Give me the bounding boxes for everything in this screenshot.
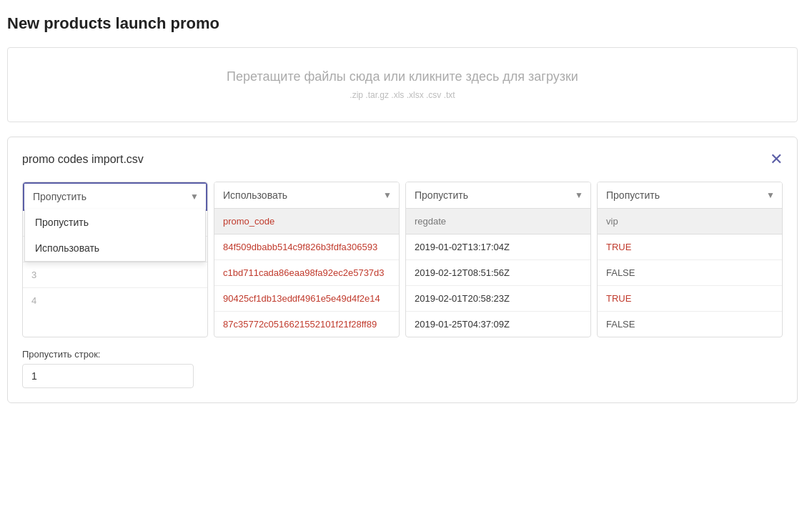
column-2: Использовать Пропустить ▼ promo_code 84f… (214, 182, 400, 337)
col1-dropdown: Пропустить Использовать (24, 209, 206, 262)
col3-row-4: 2019-01-25T04:37:09Z (406, 312, 590, 337)
dropzone-formats: .zip .tar.gz .xls .xlsx .csv .txt (22, 90, 783, 100)
col1-dropdown-use[interactable]: Использовать (25, 235, 205, 261)
col1-row-3: 3 (23, 262, 207, 288)
page-title: New products launch promo (7, 14, 798, 33)
col4-select-wrapper: Пропустить Использовать ▼ (598, 182, 782, 209)
col1-row-4: 4 (23, 288, 207, 313)
skip-rows-input[interactable] (22, 364, 194, 388)
col4-row-3: TRUE (598, 286, 782, 312)
col3-select-wrapper: Пропустить Использовать ▼ (406, 182, 590, 209)
col2-select-wrapper: Использовать Пропустить ▼ (214, 182, 399, 209)
col2-row-3: 90425cf1db13eddf4961e5e49d4f2e14 (214, 286, 399, 312)
col2-header: promo_code (214, 209, 399, 234)
col1-select-wrapper: Пропустить Использовать ▼ Пропустить Исп… (23, 182, 207, 211)
skip-rows-label: Пропустить строк: (22, 349, 783, 360)
page: New products launch promo Перетащите фай… (0, 0, 812, 514)
skip-rows-section: Пропустить строк: (22, 349, 783, 388)
import-card: promo codes import.csv ✕ Пропустить Испо… (7, 137, 798, 403)
dropzone-text: Перетащите файлы сюда или кликните здесь… (22, 69, 783, 84)
col4-header: vip (598, 209, 782, 234)
col2-row-1: 84f509dbabb514c9f826b3fdfa306593 (214, 234, 399, 260)
col4-row-4: FALSE (598, 312, 782, 337)
close-button[interactable]: ✕ (770, 152, 783, 167)
col1-dropdown-skip[interactable]: Пропустить (25, 209, 205, 235)
col3-header: regdate (406, 209, 590, 234)
column-3: Пропустить Использовать ▼ regdate 2019-0… (405, 182, 591, 337)
dropzone[interactable]: Перетащите файлы сюда или кликните здесь… (7, 47, 798, 122)
column-1: Пропустить Использовать ▼ Пропустить Исп… (22, 182, 208, 337)
col3-row-3: 2019-02-01T20:58:23Z (406, 286, 590, 312)
col3-row-2: 2019-02-12T08:51:56Z (406, 260, 590, 286)
col3-row-1: 2019-01-02T13:17:04Z (406, 234, 590, 260)
import-card-header: promo codes import.csv ✕ (22, 152, 783, 167)
col1-select[interactable]: Пропустить Использовать (24, 184, 206, 209)
columns-container: Пропустить Использовать ▼ Пропустить Исп… (22, 182, 783, 337)
col2-select[interactable]: Использовать Пропустить (214, 182, 399, 208)
col2-row-2: c1bd711cada86eaa98fa92ec2e5737d3 (214, 260, 399, 286)
import-card-title: promo codes import.csv (22, 153, 144, 166)
col4-row-1: TRUE (598, 234, 782, 260)
col2-row-4: 87c35772c0516621552101f21f28ff89 (214, 312, 399, 337)
col3-select[interactable]: Пропустить Использовать (406, 182, 590, 208)
column-4: Пропустить Использовать ▼ vip TRUE FALSE… (597, 182, 783, 337)
col4-row-2: FALSE (598, 260, 782, 286)
col4-select[interactable]: Пропустить Использовать (598, 182, 782, 208)
